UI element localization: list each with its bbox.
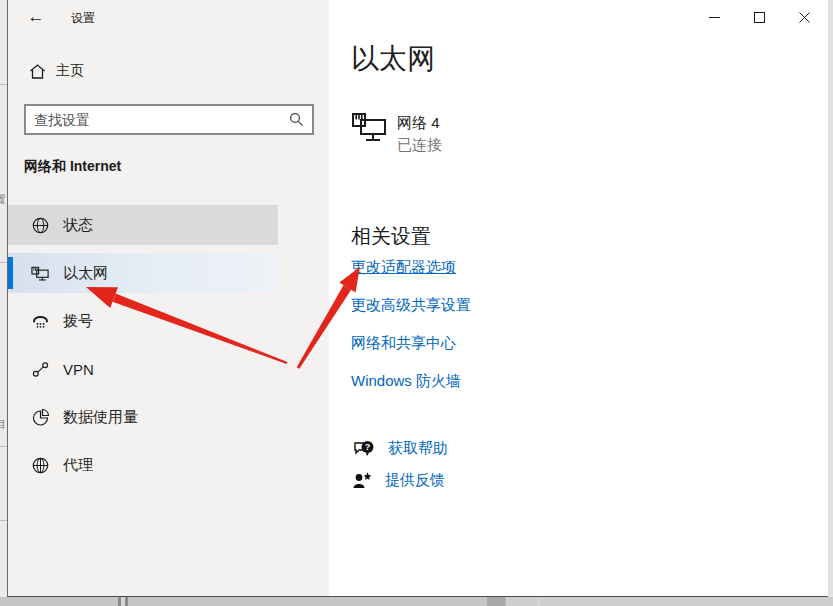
main-pane: 以太网 网络 4 已连接 相关设置 更改适配器选项 更改高级共享设置 网络和共享… — [329, 0, 828, 596]
sidebar-item-ethernet[interactable]: 以太网 — [8, 253, 278, 293]
data-usage-icon — [31, 408, 50, 427]
get-help-row[interactable]: ? 获取帮助 — [353, 439, 448, 458]
connection-tile[interactable]: 网络 4 已连接 — [351, 112, 442, 155]
sidebar-item-label: 拨号 — [63, 312, 93, 331]
link-windows-firewall[interactable]: Windows 防火墙 — [351, 372, 461, 391]
screenshot-root: 置 目 ← 设置 主页 网络和 Internet — [0, 0, 833, 606]
feedback-link[interactable]: 提供反馈 — [385, 471, 445, 490]
ethernet-status-icon — [351, 112, 388, 143]
sidebar-item-data-usage[interactable]: 数据使用量 — [8, 397, 278, 437]
connection-status: 已连接 — [397, 136, 442, 155]
sidebar-item-dialup[interactable]: 拨号 — [8, 301, 278, 341]
background-divider — [0, 84, 7, 85]
feedback-icon — [353, 471, 372, 490]
page-title: 以太网 — [351, 40, 435, 78]
background-strip-block — [487, 597, 505, 606]
sidebar-item-label: VPN — [63, 361, 94, 378]
sidebar-item-label: 状态 — [63, 216, 93, 235]
get-help-icon: ? — [353, 439, 375, 458]
connection-name: 网络 4 — [397, 114, 442, 133]
background-strip-line — [505, 597, 506, 606]
close-button[interactable] — [782, 0, 827, 34]
search-icon — [289, 112, 304, 127]
dialup-icon — [31, 312, 50, 331]
sidebar-item-home[interactable]: 主页 — [29, 62, 84, 80]
sidebar: ← 设置 主页 网络和 Internet 状态 — [8, 0, 329, 596]
sidebar-item-label: 以太网 — [63, 264, 108, 283]
sidebar-section-header: 网络和 Internet — [24, 158, 121, 176]
background-window-left-sliver: 置 目 — [0, 0, 7, 606]
status-globe-icon — [31, 216, 50, 235]
ethernet-icon — [31, 264, 50, 283]
background-strip-segment — [506, 597, 833, 606]
sidebar-item-label: 代理 — [63, 456, 93, 475]
back-button[interactable]: ← — [23, 5, 49, 29]
background-divider — [0, 446, 7, 447]
get-help-link[interactable]: 获取帮助 — [388, 439, 448, 458]
sidebar-item-label: 数据使用量 — [63, 408, 138, 427]
search-box[interactable] — [24, 104, 314, 135]
feedback-row[interactable]: 提供反馈 — [353, 471, 445, 490]
window-title: 设置 — [71, 10, 95, 27]
sidebar-item-vpn[interactable]: VPN — [8, 349, 278, 389]
settings-window: ← 设置 主页 网络和 Internet 状态 — [7, 0, 828, 597]
background-divider — [0, 262, 7, 263]
background-text-fragment: 置 — [0, 192, 6, 207]
selected-accent-bar — [8, 257, 13, 289]
background-strip-line — [538, 597, 539, 606]
sidebar-item-status[interactable]: 状态 — [8, 205, 278, 245]
window-controls — [692, 0, 827, 34]
background-text-fragment: 目 — [0, 417, 6, 432]
sidebar-item-proxy[interactable]: 代理 — [8, 445, 278, 485]
proxy-globe-icon — [31, 456, 50, 475]
home-label: 主页 — [56, 62, 84, 80]
search-input[interactable] — [34, 112, 289, 128]
background-window-right-sliver — [828, 0, 833, 606]
maximize-button[interactable] — [737, 0, 782, 34]
link-change-adapter-options[interactable]: 更改适配器选项 — [351, 258, 456, 277]
minimize-button[interactable] — [692, 0, 737, 34]
background-divider — [0, 520, 7, 521]
link-network-sharing-center[interactable]: 网络和共享中心 — [351, 334, 456, 353]
link-change-advanced-sharing[interactable]: 更改高级共享设置 — [351, 296, 471, 315]
background-bottom-strip — [0, 597, 833, 606]
background-strip-divider — [118, 597, 128, 606]
related-settings-heading: 相关设置 — [351, 223, 431, 250]
vpn-icon — [31, 360, 50, 379]
svg-text:?: ? — [365, 442, 371, 452]
home-icon — [29, 63, 46, 80]
